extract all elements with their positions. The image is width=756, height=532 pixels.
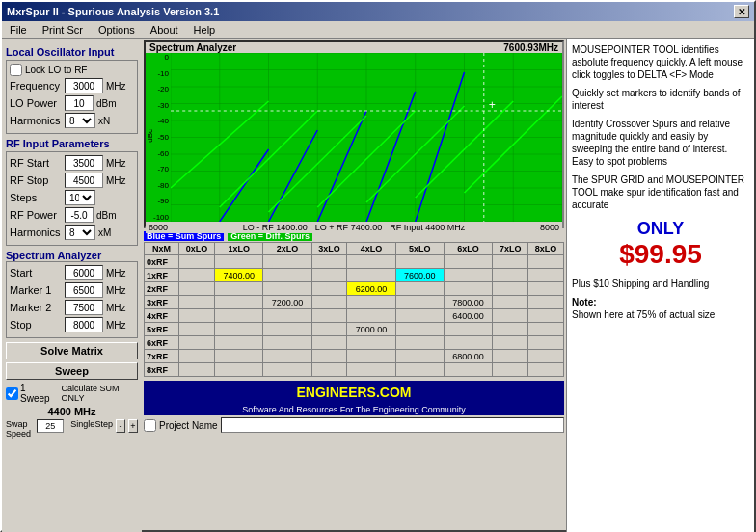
y-label-70: -70 (146, 165, 171, 173)
menu-about[interactable]: About (148, 24, 181, 36)
rf-harmonics-unit: xM (98, 227, 111, 238)
table-row: 3xRF7200.007800.00 (145, 296, 564, 309)
calc-label: Calculate SUM ONLY (62, 384, 138, 403)
rf-harmonics-row: Harmonics 84610 xM (10, 225, 134, 240)
project-name-checkbox[interactable] (144, 419, 156, 432)
table-row: 8xRF (145, 363, 564, 377)
spectrum-section: Start MHz Marker 1 MHz Marker 2 MHz Stop (6, 261, 138, 338)
menu-help[interactable]: Help (191, 24, 219, 36)
lo-power-input[interactable] (65, 95, 94, 111)
table-cell (179, 363, 215, 377)
table-cell (263, 269, 311, 282)
table-cell (263, 282, 311, 296)
table-cell (395, 350, 444, 363)
bottom-controls: Swap Speed SingleStep - + (6, 419, 138, 439)
rf-harmonics-select[interactable]: 84610 (65, 225, 95, 240)
table-cell (311, 363, 347, 377)
lo-harmonics-select[interactable]: 84610 (65, 113, 95, 128)
sa-marker1-label: Marker 1 (10, 284, 63, 296)
table-cell (395, 363, 444, 377)
table-cell: 6400.00 (444, 309, 492, 323)
freq-display: 4400 MHz (6, 406, 138, 417)
sweep-count-checkbox[interactable] (6, 387, 18, 400)
table-cell (215, 336, 263, 350)
price-section: ONLY $99.95 (572, 219, 749, 270)
table-cell (311, 269, 347, 282)
sa-stop-input[interactable] (65, 317, 103, 332)
right-panel: MOUSEPOINTER TOOL identifies asbolute fr… (566, 39, 754, 532)
single-step-plus-btn[interactable]: + (128, 419, 138, 433)
lock-lo-label: Lock LO to RF (25, 65, 87, 75)
table-cell (215, 363, 263, 377)
table-cell (493, 363, 528, 377)
freq-label: Frequency (10, 80, 63, 92)
steps-select[interactable]: 10520 (65, 190, 95, 205)
table-cell (215, 282, 263, 296)
spectrum-analyzer-display[interactable]: Spectrum Analyzer 7600.93MHz 0 -10 -20 -… (144, 40, 564, 228)
menu-print[interactable]: Print Scr (40, 24, 86, 36)
table-cell (179, 350, 215, 363)
table-cell: 7400.00 (215, 269, 263, 282)
single-step-minus-btn[interactable]: - (116, 419, 125, 433)
row-label: 6xRF (145, 336, 179, 350)
crossover-text: Identify Crossover Spurs and relative ma… (572, 118, 749, 168)
shipping-text: Plus $10 Shipping and Handling (572, 278, 749, 290)
table-cell (395, 336, 444, 350)
lo-power-row: LO Power dBm (10, 95, 134, 111)
table-cell (528, 296, 564, 309)
note-body: Shown here at 75% of actual size (572, 309, 715, 320)
row-label: 0xRF (145, 255, 179, 269)
sa-start-row: Start MHz (10, 265, 134, 280)
y-label-80: -80 (146, 181, 171, 190)
swap-speed-label: Swap Speed (6, 419, 34, 439)
sweep-button[interactable]: Sweep (6, 362, 138, 380)
table-cell (347, 350, 395, 363)
local-osc-header: Local Oscillator Input (6, 46, 138, 58)
table-cell (347, 309, 395, 323)
sa-marker1-input[interactable] (65, 282, 103, 298)
col-0xlo: 0xLO (179, 243, 215, 255)
table-cell (493, 336, 528, 350)
sweep-count-label: 1 Sweep (20, 383, 54, 404)
spectrum-bottom-bar: 6000 LO - RF 1400.00 LO + RF 7400.00 RF … (146, 222, 562, 233)
y-label-30: -30 (146, 101, 171, 110)
sa-stop-label: Stop (10, 319, 63, 331)
table-cell (444, 269, 492, 282)
rf-start-input[interactable] (65, 155, 103, 171)
spur-table-container[interactable]: NxM 0xLO 1xLO 2xLO 3xLO 4xLO 5xLO 6xLO 7… (144, 242, 564, 377)
spur-table: NxM 0xLO 1xLO 2xLO 3xLO 4xLO 5xLO 6xLO 7… (144, 242, 564, 377)
table-cell (347, 336, 395, 350)
table-row: 6xRF (145, 336, 564, 350)
rf-input-header: RF Input Parameters (6, 138, 138, 149)
spectrum-x-end: 8000 (540, 223, 559, 232)
menu-file[interactable]: File (7, 24, 30, 36)
table-cell (493, 323, 528, 336)
table-cell (179, 255, 215, 269)
note-label: Note: (572, 297, 597, 307)
project-name-input[interactable] (221, 417, 564, 433)
spectrum-canvas[interactable]: 0 -10 -20 -30 -40 -50 -60 -70 -80 -90 -1… (146, 53, 562, 222)
sweep-controls-row: 1 Sweep Calculate SUM ONLY (6, 383, 138, 404)
table-cell (493, 296, 528, 309)
table-header-row: NxM 0xLO 1xLO 2xLO 3xLO 4xLO 5xLO 6xLO 7… (145, 243, 564, 255)
table-cell (493, 255, 528, 269)
freq-unit: MHz (106, 81, 126, 92)
rf-stop-input[interactable] (65, 173, 103, 188)
single-step-label: SingleStep (70, 419, 113, 439)
table-cell (528, 309, 564, 323)
freq-input[interactable] (65, 78, 103, 93)
menu-options[interactable]: Options (95, 24, 138, 36)
table-cell (215, 323, 263, 336)
row-label: 3xRF (145, 296, 179, 309)
lock-lo-checkbox[interactable] (10, 64, 22, 76)
lo-power-label: LO Power (10, 97, 63, 109)
window-title: MxrSpur II - Spurious Analysis Version 3… (7, 6, 219, 17)
solve-matrix-button[interactable]: Solve Matrix (6, 342, 138, 359)
close-button[interactable]: ✕ (734, 5, 749, 18)
swap-speed-input[interactable] (37, 419, 64, 433)
table-row: 0xRF (145, 255, 564, 269)
rf-power-input[interactable] (65, 207, 94, 223)
menu-bar: File Print Scr Options About Help (2, 21, 754, 39)
sa-marker2-input[interactable] (65, 300, 103, 315)
sa-start-input[interactable] (65, 265, 103, 280)
